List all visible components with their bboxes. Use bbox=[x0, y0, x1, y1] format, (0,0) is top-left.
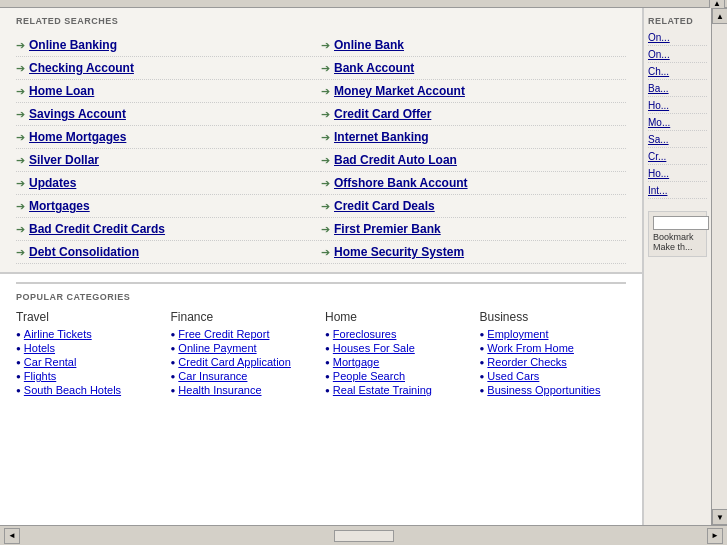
cat-link[interactable]: Reorder Checks bbox=[487, 356, 566, 368]
search-link-item-updates: ➔Updates bbox=[16, 172, 321, 195]
right-panel-link[interactable]: On... bbox=[648, 32, 707, 46]
right-panel-link[interactable]: Mo... bbox=[648, 117, 707, 131]
bullet-icon: ● bbox=[171, 344, 176, 353]
scroll-left-btn[interactable]: ◄ bbox=[4, 528, 20, 544]
h-scroll-track[interactable] bbox=[334, 530, 394, 542]
cat-link[interactable]: People Search bbox=[333, 370, 405, 382]
category-link-item: ●Reorder Checks bbox=[480, 356, 627, 368]
bullet-icon: ● bbox=[325, 330, 330, 339]
search-link-item-online-bank: ➔Online Bank bbox=[321, 34, 626, 57]
cat-link[interactable]: Flights bbox=[24, 370, 56, 382]
cat-link[interactable]: South Beach Hotels bbox=[24, 384, 121, 396]
cat-link[interactable]: Health Insurance bbox=[178, 384, 261, 396]
bullet-icon: ● bbox=[171, 372, 176, 381]
search-link-item-bad-credit-auto-loan: ➔Bad Credit Auto Loan bbox=[321, 149, 626, 172]
search-link-online-banking[interactable]: Online Banking bbox=[29, 38, 117, 52]
top-scrollbar: ▲ bbox=[0, 0, 727, 8]
cat-link[interactable]: Houses For Sale bbox=[333, 342, 415, 354]
search-link-item-money-market-account: ➔Money Market Account bbox=[321, 80, 626, 103]
search-link-savings-account[interactable]: Savings Account bbox=[29, 107, 126, 121]
scroll-up-btn[interactable]: ▲ bbox=[712, 8, 727, 24]
scroll-right-btn[interactable]: ► bbox=[707, 528, 723, 544]
cat-link[interactable]: Foreclosures bbox=[333, 328, 397, 340]
search-link-offshore-bank-account[interactable]: Offshore Bank Account bbox=[334, 176, 468, 190]
bullet-icon: ● bbox=[16, 330, 21, 339]
cat-link[interactable]: Work From Home bbox=[487, 342, 574, 354]
right-panel-link[interactable]: Ho... bbox=[648, 100, 707, 114]
cat-link[interactable]: Free Credit Report bbox=[178, 328, 269, 340]
search-link-online-bank[interactable]: Online Bank bbox=[334, 38, 404, 52]
cat-link[interactable]: Credit Card Application bbox=[178, 356, 291, 368]
category-link-item: ●People Search bbox=[325, 370, 472, 382]
cat-link[interactable]: Employment bbox=[487, 328, 548, 340]
cat-link[interactable]: Mortgage bbox=[333, 356, 379, 368]
category-link-item: ●Foreclosures bbox=[325, 328, 472, 340]
search-link-bad-credit-auto-loan[interactable]: Bad Credit Auto Loan bbox=[334, 153, 457, 167]
bookmark-input[interactable] bbox=[653, 216, 709, 230]
search-link-credit-card-deals[interactable]: Credit Card Deals bbox=[334, 199, 435, 213]
right-panel-link[interactable]: On... bbox=[648, 49, 707, 63]
search-link-home-loan[interactable]: Home Loan bbox=[29, 84, 94, 98]
category-col-1: Finance●Free Credit Report●Online Paymen… bbox=[171, 310, 318, 398]
related-searches-header: RELATED SEARCHES bbox=[16, 16, 626, 26]
search-link-item-mortgages: ➔Mortgages bbox=[16, 195, 321, 218]
right-scrollbar: ▲ ▼ bbox=[711, 8, 727, 525]
cat-link[interactable]: Hotels bbox=[24, 342, 55, 354]
category-title-1: Finance bbox=[171, 310, 318, 324]
category-link-item: ●Health Insurance bbox=[171, 384, 318, 396]
arrow-icon: ➔ bbox=[16, 223, 25, 236]
right-panel-link[interactable]: Int... bbox=[648, 185, 707, 199]
h-scroll-area bbox=[20, 530, 707, 542]
search-link-debt-consolidation[interactable]: Debt Consolidation bbox=[29, 245, 139, 259]
scroll-track[interactable] bbox=[712, 24, 727, 509]
category-link-item: ●Real Estate Training bbox=[325, 384, 472, 396]
categories-grid: Travel●Airline Tickets●Hotels●Car Rental… bbox=[16, 310, 626, 398]
bullet-icon: ● bbox=[171, 358, 176, 367]
center-panel: RELATED SEARCHES ➔Online Banking➔Checkin… bbox=[0, 8, 643, 525]
bookmark-area: Bookmark Make th... bbox=[648, 211, 707, 257]
category-link-item: ●Work From Home bbox=[480, 342, 627, 354]
search-link-bank-account[interactable]: Bank Account bbox=[334, 61, 414, 75]
right-panel-link[interactable]: Sa... bbox=[648, 134, 707, 148]
search-link-home-mortgages[interactable]: Home Mortgages bbox=[29, 130, 126, 144]
category-title-0: Travel bbox=[16, 310, 163, 324]
cat-link[interactable]: Business Opportunities bbox=[487, 384, 600, 396]
cat-link[interactable]: Used Cars bbox=[487, 370, 539, 382]
right-panel-link[interactable]: Ho... bbox=[648, 168, 707, 182]
search-link-first-premier-bank[interactable]: First Premier Bank bbox=[334, 222, 441, 236]
category-link-item: ●Online Payment bbox=[171, 342, 318, 354]
search-links-grid: ➔Online Banking➔Checking Account➔Home Lo… bbox=[16, 34, 626, 264]
search-link-updates[interactable]: Updates bbox=[29, 176, 76, 190]
cat-link[interactable]: Car Rental bbox=[24, 356, 77, 368]
scroll-down-btn[interactable]: ▼ bbox=[712, 509, 727, 525]
bullet-icon: ● bbox=[16, 386, 21, 395]
popular-categories-header: POPULAR CATEGORIES bbox=[16, 282, 626, 302]
cat-link[interactable]: Real Estate Training bbox=[333, 384, 432, 396]
search-link-mortgages[interactable]: Mortgages bbox=[29, 199, 90, 213]
search-link-item-bank-account: ➔Bank Account bbox=[321, 57, 626, 80]
right-panel-link[interactable]: Cr... bbox=[648, 151, 707, 165]
cat-link[interactable]: Airline Tickets bbox=[24, 328, 92, 340]
search-link-checking-account[interactable]: Checking Account bbox=[29, 61, 134, 75]
cat-link[interactable]: Online Payment bbox=[178, 342, 256, 354]
search-link-credit-card-offer[interactable]: Credit Card Offer bbox=[334, 107, 431, 121]
search-link-money-market-account[interactable]: Money Market Account bbox=[334, 84, 465, 98]
cat-link[interactable]: Car Insurance bbox=[178, 370, 247, 382]
right-panel-link[interactable]: Ch... bbox=[648, 66, 707, 80]
category-col-0: Travel●Airline Tickets●Hotels●Car Rental… bbox=[16, 310, 163, 398]
category-link-item: ●Flights bbox=[16, 370, 163, 382]
bookmark-label: Bookmark bbox=[653, 232, 702, 242]
search-link-item-bad-credit-credit-cards: ➔Bad Credit Credit Cards bbox=[16, 218, 321, 241]
search-link-internet-banking[interactable]: Internet Banking bbox=[334, 130, 429, 144]
arrow-icon: ➔ bbox=[321, 246, 330, 259]
bullet-icon: ● bbox=[325, 386, 330, 395]
bullet-icon: ● bbox=[171, 386, 176, 395]
search-link-silver-dollar[interactable]: Silver Dollar bbox=[29, 153, 99, 167]
right-panel-link[interactable]: Ba... bbox=[648, 83, 707, 97]
related-searches-section: RELATED SEARCHES ➔Online Banking➔Checkin… bbox=[0, 8, 642, 274]
search-link-home-security-system[interactable]: Home Security System bbox=[334, 245, 464, 259]
search-link-item-online-banking: ➔Online Banking bbox=[16, 34, 321, 57]
category-link-item: ●Airline Tickets bbox=[16, 328, 163, 340]
search-link-bad-credit-credit-cards[interactable]: Bad Credit Credit Cards bbox=[29, 222, 165, 236]
arrow-icon: ➔ bbox=[321, 108, 330, 121]
